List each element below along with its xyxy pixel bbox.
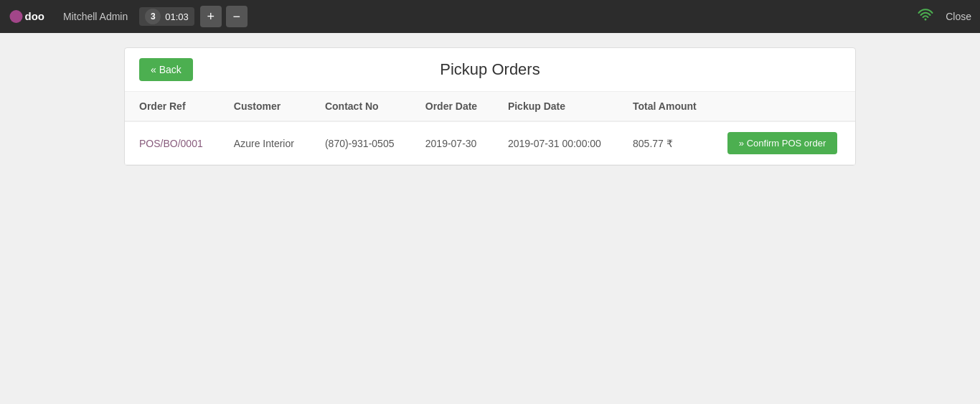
col-pickup-date: Pickup Date — [494, 92, 618, 121]
navbar: doo Mitchell Admin 3 01:03 + − Close — [0, 0, 980, 33]
col-customer: Customer — [220, 92, 311, 121]
col-order-date: Order Date — [411, 92, 494, 121]
orders-table: Order Ref Customer Contact No Order Date… — [125, 92, 855, 165]
cell-pickup-date: 2019-07-31 00:00:00 — [494, 121, 618, 165]
col-contact-no: Contact No — [311, 92, 411, 121]
svg-text:doo: doo — [25, 10, 45, 22]
cell-total-amount: 805.77 ₹ — [618, 121, 713, 165]
wifi-icon — [917, 8, 934, 26]
cell-contact-no: (870)-931-0505 — [311, 121, 411, 165]
panel: « Back Pickup Orders Order Ref Customer … — [124, 47, 856, 166]
cell-order-ref: POS/BO/0001 — [125, 121, 220, 165]
main-content: « Back Pickup Orders Order Ref Customer … — [0, 33, 980, 404]
col-order-ref: Order Ref — [125, 92, 220, 121]
confirm-pos-order-button[interactable]: » Confirm POS order — [727, 132, 837, 154]
table-header-row: Order Ref Customer Contact No Order Date… — [125, 92, 855, 121]
session-badge: 3 — [145, 9, 161, 24]
table-header: Order Ref Customer Contact No Order Date… — [125, 92, 855, 121]
cell-customer: Azure Interior — [220, 121, 311, 165]
table-row: POS/BO/0001 Azure Interior (870)-931-050… — [125, 121, 855, 165]
table-body: POS/BO/0001 Azure Interior (870)-931-050… — [125, 121, 855, 165]
close-button[interactable]: Close — [946, 11, 971, 22]
col-action — [713, 92, 855, 121]
logo: doo — [9, 6, 52, 27]
panel-header: « Back Pickup Orders — [125, 48, 855, 92]
navbar-user: Mitchell Admin — [63, 11, 128, 22]
order-ref-link[interactable]: POS/BO/0001 — [139, 138, 203, 149]
back-button[interactable]: « Back — [139, 58, 193, 81]
session-time: 01:03 — [165, 11, 189, 22]
cell-order-date: 2019-07-30 — [411, 121, 494, 165]
svg-point-0 — [10, 10, 23, 23]
page-title: Pickup Orders — [440, 60, 540, 79]
col-total-amount: Total Amount — [618, 92, 713, 121]
navbar-session: 3 01:03 — [139, 7, 194, 26]
cell-confirm-action: » Confirm POS order — [713, 121, 855, 165]
minus-button[interactable]: − — [226, 6, 248, 27]
add-button[interactable]: + — [200, 6, 222, 27]
